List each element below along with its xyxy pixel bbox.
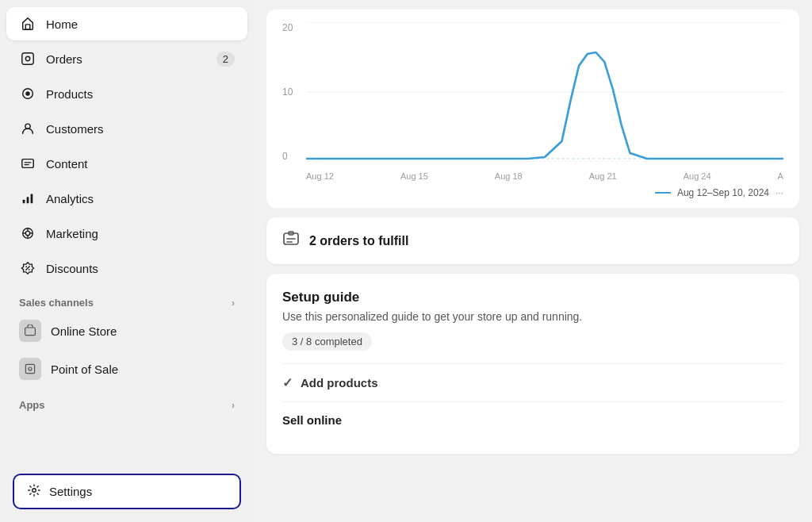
svg-rect-0 — [25, 25, 29, 29]
sidebar-item-orders-label: Orders — [46, 52, 82, 66]
svg-rect-21 — [25, 364, 34, 373]
svg-rect-9 — [23, 200, 25, 203]
content-icon — [19, 155, 36, 172]
sidebar-item-point-of-sale[interactable]: Point of Sale — [6, 351, 247, 387]
svg-point-2 — [25, 56, 29, 60]
chart-x-labels: Aug 12 Aug 15 Aug 18 Aug 21 Aug 24 A — [306, 171, 783, 181]
apps-section[interactable]: Apps › — [0, 388, 254, 414]
settings-label: Settings — [49, 485, 92, 498]
sidebar-item-customers[interactable]: Customers — [6, 112, 247, 145]
orders-badge: 2 — [216, 52, 235, 67]
sidebar-item-orders[interactable]: Orders 2 — [6, 42, 247, 75]
x-label-aug21: Aug 21 — [589, 171, 617, 181]
svg-point-13 — [25, 231, 29, 235]
x-label-aug18: Aug 18 — [495, 171, 523, 181]
checkmark-icon: ✓ — [282, 375, 293, 390]
settings-icon — [27, 483, 41, 500]
sidebar-item-home-label: Home — [46, 17, 78, 31]
online-store-label: Online Store — [51, 324, 117, 338]
fulfill-icon — [282, 230, 300, 251]
setup-guide-desc: Use this personalized guide to get your … — [282, 310, 783, 323]
guide-item-add-products-label: Add products — [301, 376, 378, 390]
point-of-sale-icon — [19, 358, 41, 380]
sidebar-item-marketing[interactable]: Marketing — [6, 217, 247, 250]
sidebar-item-products[interactable]: Products — [6, 77, 247, 110]
x-label-aug-end: A — [778, 171, 783, 181]
chart-svg — [306, 22, 783, 162]
sales-channels-label: Sales channels — [19, 297, 94, 309]
main-content: 20 10 0 Aug 12 Aug 15 Aug — [254, 0, 812, 522]
settings-button[interactable]: Settings — [13, 474, 241, 509]
svg-rect-10 — [27, 197, 29, 203]
svg-point-22 — [29, 367, 32, 370]
sidebar-item-content-label: Content — [46, 157, 88, 171]
x-label-aug15: Aug 15 — [400, 171, 428, 181]
sell-online-label: Sell online — [282, 413, 342, 427]
svg-rect-6 — [22, 159, 33, 168]
sidebar-item-content[interactable]: Content — [6, 147, 247, 180]
sidebar-item-discounts-label: Discounts — [46, 262, 98, 275]
sidebar-item-analytics-label: Analytics — [46, 192, 94, 205]
chart-y-labels: 20 10 0 — [282, 22, 306, 162]
home-icon — [19, 15, 36, 33]
chart-legend: Aug 12–Sep 10, 2024 ··· — [282, 187, 783, 198]
orders-fulfill-text: 2 orders to fulfill — [309, 234, 408, 248]
discounts-icon — [19, 259, 36, 277]
legend-ellipsis: ··· — [776, 187, 783, 198]
x-label-aug12: Aug 12 — [306, 171, 334, 181]
guide-item-sell-online[interactable]: Sell online — [282, 401, 783, 438]
sales-channels-section[interactable]: Sales channels › — [0, 286, 254, 312]
svg-rect-11 — [31, 194, 33, 204]
point-of-sale-label: Point of Sale — [51, 363, 118, 376]
svg-rect-1 — [22, 53, 33, 64]
x-label-aug24: Aug 24 — [684, 171, 711, 181]
sidebar-item-analytics[interactable]: Analytics — [6, 182, 247, 215]
y-label-20: 20 — [282, 22, 306, 33]
svg-rect-7 — [25, 162, 32, 163]
orders-fulfill-card[interactable]: 2 orders to fulfill — [266, 217, 799, 264]
svg-rect-8 — [25, 164, 29, 165]
completed-badge-text: 3 / 8 completed — [292, 336, 362, 347]
apps-chevron: › — [232, 400, 235, 411]
setup-guide-card: Setup guide Use this personalized guide … — [266, 274, 799, 454]
sidebar-item-discounts[interactable]: Discounts — [6, 251, 247, 285]
y-label-0: 0 — [282, 151, 306, 162]
sidebar-item-products-label: Products — [46, 87, 93, 101]
chart-card: 20 10 0 Aug 12 Aug 15 Aug — [266, 10, 799, 208]
legend-label: Aug 12–Sep 10, 2024 — [677, 187, 769, 198]
sales-channels-chevron: › — [232, 297, 235, 309]
orders-icon — [19, 50, 36, 67]
online-store-icon — [19, 320, 41, 342]
guide-item-add-products[interactable]: ✓ Add products — [282, 363, 783, 401]
legend-line — [655, 192, 671, 194]
svg-point-19 — [29, 269, 30, 271]
customers-icon — [19, 120, 36, 137]
completed-badge: 3 / 8 completed — [282, 332, 372, 351]
analytics-icon — [19, 190, 36, 207]
apps-label: Apps — [19, 399, 45, 411]
sidebar: Home Orders 2 Products Customers — [0, 0, 254, 522]
chart-area: 20 10 0 Aug 12 Aug 15 Aug — [282, 22, 783, 181]
sidebar-item-customers-label: Customers — [46, 122, 104, 136]
svg-rect-20 — [25, 328, 36, 336]
products-icon — [19, 85, 36, 102]
sidebar-item-online-store[interactable]: Online Store — [6, 313, 247, 349]
sidebar-item-marketing-label: Marketing — [46, 227, 98, 240]
svg-point-18 — [25, 266, 27, 267]
svg-point-23 — [33, 489, 36, 493]
y-label-10: 10 — [282, 86, 306, 98]
marketing-icon — [19, 225, 36, 242]
setup-guide-title: Setup guide — [282, 290, 783, 305]
sidebar-item-home[interactable]: Home — [6, 7, 247, 40]
svg-point-4 — [25, 91, 29, 95]
